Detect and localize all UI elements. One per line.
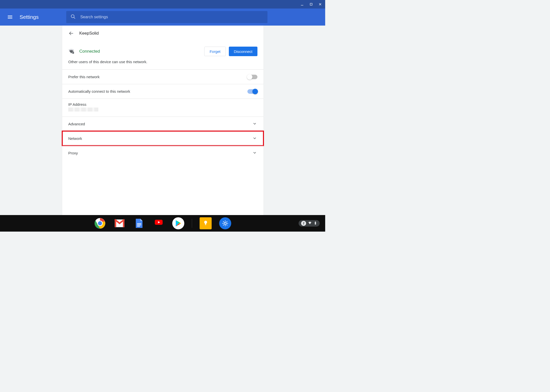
window-close-button[interactable] [317, 1, 324, 8]
settings-icon[interactable] [219, 217, 231, 229]
ip-address-value-redacted [68, 108, 98, 112]
advanced-row[interactable]: Advanced [62, 117, 263, 131]
svg-line-27 [223, 221, 224, 222]
autoconnect-row: Automatically connect to this network [62, 84, 263, 99]
chevron-down-icon [252, 121, 257, 127]
docs-icon[interactable] [133, 217, 145, 229]
svg-rect-15 [115, 220, 116, 227]
subpage-header: KeepSolid [62, 26, 263, 41]
network-row[interactable]: Network [62, 131, 263, 146]
app-toolbar: Settings [0, 9, 325, 26]
advanced-label: Advanced [68, 122, 85, 126]
connection-status-row: Connected Forget Disconnect [62, 41, 263, 60]
svg-line-30 [223, 225, 224, 226]
share-note: Other users of this device can use this … [62, 60, 263, 69]
svg-rect-6 [8, 18, 12, 19]
ip-address-label: IP Address [68, 102, 257, 107]
system-tray[interactable]: 2 [299, 220, 322, 227]
svg-rect-5 [8, 17, 12, 17]
keep-icon[interactable] [200, 217, 212, 229]
search-input[interactable] [80, 15, 263, 19]
shelf: 2 [0, 215, 325, 232]
prefer-network-row: Prefer this network [62, 69, 263, 84]
gmail-icon[interactable] [114, 217, 126, 229]
svg-rect-4 [8, 16, 12, 16]
window-maximize-button[interactable] [308, 1, 315, 8]
svg-line-29 [227, 221, 227, 222]
svg-line-28 [227, 225, 227, 226]
svg-rect-21 [205, 225, 206, 225]
shelf-divider [192, 219, 192, 228]
chevron-down-icon [252, 150, 257, 156]
wifi-secure-icon [68, 49, 74, 54]
proxy-row[interactable]: Proxy [62, 146, 263, 160]
svg-point-7 [71, 15, 74, 18]
status-pill[interactable]: 2 [299, 220, 320, 227]
settings-panel: KeepSolid Connected Forget Disconnect Ot… [62, 26, 263, 215]
svg-line-8 [74, 17, 75, 19]
forget-button[interactable]: Forget [204, 47, 226, 56]
autoconnect-label: Automatically connect to this network [68, 89, 130, 93]
svg-rect-10 [72, 52, 74, 54]
search-bar[interactable] [66, 11, 267, 23]
chevron-down-icon [252, 135, 257, 142]
prefer-network-toggle[interactable] [247, 75, 257, 79]
play-store-icon[interactable] [172, 217, 184, 229]
svg-rect-1 [310, 3, 312, 5]
menu-button[interactable] [5, 12, 15, 22]
app-title: Settings [20, 14, 39, 20]
svg-rect-16 [123, 220, 124, 227]
proxy-label: Proxy [68, 151, 78, 155]
battery-tray-icon [314, 221, 317, 226]
prefer-network-label: Prefer this network [68, 75, 100, 79]
ip-address-block: IP Address [62, 99, 263, 117]
subpage-title: KeepSolid [79, 31, 99, 36]
svg-rect-32 [315, 221, 316, 222]
chrome-icon[interactable] [94, 217, 106, 229]
shelf-apps [94, 217, 231, 229]
svg-rect-18 [137, 225, 141, 225]
notification-count-badge: 2 [301, 221, 306, 226]
autoconnect-toggle[interactable] [247, 89, 257, 94]
connection-status-text: Connected [79, 49, 100, 54]
wifi-tray-icon [308, 221, 312, 226]
disconnect-button[interactable]: Disconnect [229, 47, 257, 56]
network-label: Network [68, 136, 82, 141]
svg-rect-31 [315, 222, 316, 225]
youtube-icon[interactable] [153, 217, 165, 229]
back-button[interactable] [68, 30, 75, 37]
svg-point-22 [224, 222, 226, 225]
workspace: KeepSolid Connected Forget Disconnect Ot… [0, 26, 325, 215]
window-titlebar [0, 0, 325, 9]
svg-rect-17 [137, 223, 141, 224]
svg-rect-19 [137, 226, 140, 227]
search-icon [70, 14, 76, 20]
window-minimize-button[interactable] [299, 1, 306, 8]
